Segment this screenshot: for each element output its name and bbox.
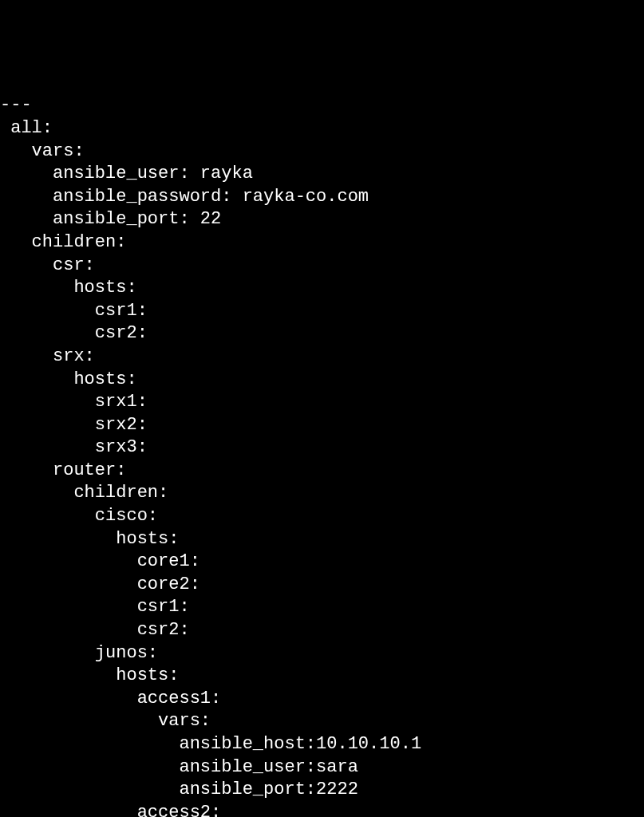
- terminal-line: csr2:: [0, 322, 644, 345]
- terminal-line: ansible_user:sara: [0, 756, 644, 780]
- terminal-line: children:: [0, 231, 644, 255]
- terminal-line: children:: [0, 482, 644, 505]
- terminal-line: ansible_user: rayka: [0, 163, 644, 186]
- terminal-line: srx1:: [0, 391, 644, 414]
- terminal-line: hosts:: [0, 528, 644, 551]
- terminal-line: router:: [0, 460, 644, 483]
- terminal-line: srx2:: [0, 414, 644, 437]
- terminal-line: access1:: [0, 688, 644, 711]
- terminal-line: vars:: [0, 140, 644, 164]
- terminal-line: ansible_port:2222: [0, 779, 644, 802]
- terminal-line: cisco:: [0, 505, 644, 528]
- terminal-line: srx3:: [0, 436, 644, 460]
- terminal-line: csr1:: [0, 300, 644, 323]
- terminal-line: all:: [0, 117, 644, 140]
- terminal-line: hosts:: [0, 665, 644, 688]
- terminal-line: vars:: [0, 710, 644, 733]
- terminal-line: ansible_port: 22: [0, 208, 644, 231]
- terminal-line: csr:: [0, 255, 644, 278]
- terminal-line: ---: [0, 94, 644, 117]
- terminal-line: access2:: [0, 802, 644, 817]
- terminal-line: csr1:: [0, 596, 644, 619]
- terminal-line: csr2:: [0, 619, 644, 642]
- terminal-line: hosts:: [0, 369, 644, 392]
- terminal-line: junos:: [0, 642, 644, 665]
- terminal-line: ansible_password: rayka-co.com: [0, 186, 644, 209]
- terminal-line: srx:: [0, 345, 644, 369]
- terminal-output: --- all: vars: ansible_user: rayka ansib…: [0, 94, 644, 817]
- terminal-line: ansible_host:10.10.10.1: [0, 733, 644, 756]
- terminal-line: hosts:: [0, 277, 644, 300]
- terminal-line: core2:: [0, 574, 644, 597]
- terminal-line: core1:: [0, 551, 644, 574]
